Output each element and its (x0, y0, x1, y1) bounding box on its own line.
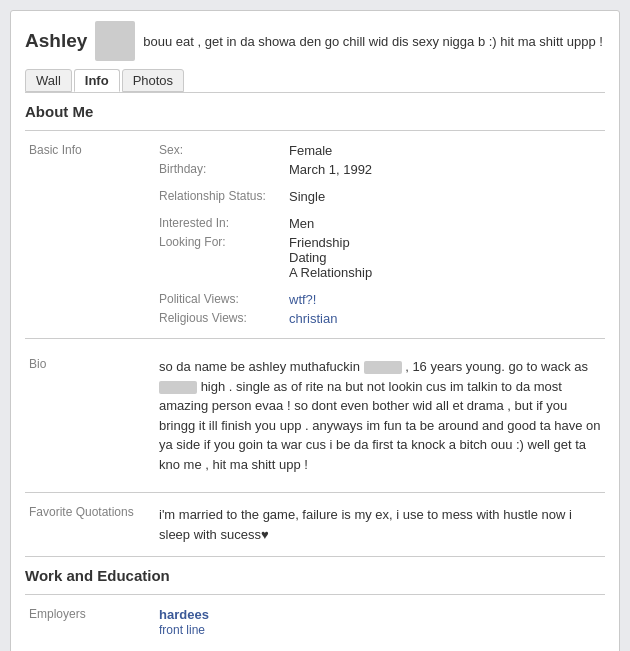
religious-views-key: Religious Views: (155, 309, 285, 328)
quotations-table: Favorite Quotations i'm married to the g… (25, 503, 605, 546)
birthday-key: Birthday: (155, 160, 285, 179)
work-divider-top (25, 556, 605, 557)
about-me-divider (25, 130, 605, 131)
bio-content: so da name be ashley muthafuckin , 16 ye… (155, 349, 605, 482)
profile-status: bouu eat , get in da showa den go chill … (143, 34, 605, 49)
relationship-status-value: Single (285, 187, 605, 206)
bio-row: Bio so da name be ashley muthafuckin , 1… (25, 349, 605, 482)
religious-views-link[interactable]: christian (289, 311, 337, 326)
basic-info-table: Basic Info Sex: Female Birthday: March 1… (25, 141, 605, 328)
interested-in-key: Interested In: (155, 214, 285, 233)
employers-content: hardees front line (155, 605, 605, 639)
bio-table: Bio so da name be ashley muthafuckin , 1… (25, 349, 605, 482)
tab-photos[interactable]: Photos (122, 69, 184, 92)
avatar (95, 21, 135, 61)
looking-for-values: Friendship Dating A Relationship (285, 233, 605, 282)
tab-bar: Wall Info Photos (25, 69, 605, 92)
relationship-status-key: Relationship Status: (155, 187, 285, 206)
tab-wall[interactable]: Wall (25, 69, 72, 92)
political-views-value: wtf?! (285, 290, 605, 309)
tab-info[interactable]: Info (74, 69, 120, 92)
bio-text: so da name be ashley muthafuckin , 16 ye… (159, 357, 601, 474)
bio-divider-top (25, 338, 605, 339)
employer-line-link[interactable]: front line (159, 623, 205, 637)
birthday-value: March 1, 1992 (285, 160, 605, 179)
redacted-1 (364, 361, 402, 374)
religious-views-value: christian (285, 309, 605, 328)
sex-value: Female (285, 141, 605, 160)
profile-name: Ashley (25, 30, 87, 52)
interested-in-value: Men (285, 214, 605, 233)
employers-row: Employers hardees front line (25, 605, 605, 639)
work-divider-bottom (25, 594, 605, 595)
sex-key: Sex: (155, 141, 285, 160)
quotations-content: i'm married to the game, failure is my e… (155, 503, 605, 546)
looking-for-key: Looking For: (155, 233, 285, 282)
political-views-key: Political Views: (155, 290, 285, 309)
quot-divider-top (25, 492, 605, 493)
basic-info-row: Basic Info Sex: Female (25, 141, 605, 160)
work-table: Employers hardees front line (25, 605, 605, 639)
interested-in-row: Interested In: Men (25, 214, 605, 233)
employer-name-link[interactable]: hardees (159, 607, 209, 622)
quotations-text: i'm married to the game, failure is my e… (159, 505, 601, 544)
employers-label: Employers (29, 607, 86, 621)
bio-label: Bio (29, 357, 46, 371)
tab-divider (25, 92, 605, 93)
relationship-status-row: Relationship Status: Single (25, 187, 605, 206)
profile-page: Ashley bouu eat , get in da showa den go… (10, 10, 620, 651)
religious-views-row: Religious Views: christian (25, 309, 605, 328)
political-views-link[interactable]: wtf?! (289, 292, 316, 307)
work-education-title: Work and Education (25, 567, 605, 584)
looking-for-row: Looking For: Friendship Dating A Relatio… (25, 233, 605, 282)
quotations-label: Favorite Quotations (29, 505, 134, 519)
profile-header: Ashley bouu eat , get in da showa den go… (25, 21, 605, 69)
political-views-row: Political Views: wtf?! (25, 290, 605, 309)
quotations-row: Favorite Quotations i'm married to the g… (25, 503, 605, 546)
redacted-2 (159, 381, 197, 394)
basic-info-label: Basic Info (29, 143, 82, 157)
about-me-title: About Me (25, 103, 605, 120)
